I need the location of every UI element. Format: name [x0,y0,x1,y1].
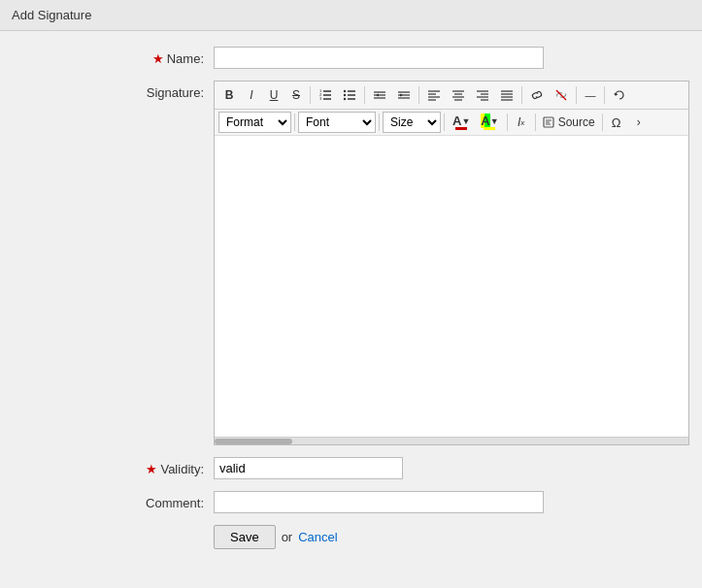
title-bar: Add Signature [0,0,702,31]
more-button[interactable]: › [628,112,650,133]
special-char-button[interactable]: Ω [606,112,627,133]
svg-line-36 [556,90,566,100]
align-justify-button[interactable] [495,84,518,106]
signature-editor: B I U S 1 2 3 [214,81,689,445]
format-select[interactable]: Format [218,112,291,133]
separator4 [521,86,522,104]
separator8 [379,114,380,131]
validity-row: ★Validity: [0,457,702,479]
page-title: Add Signature [12,8,91,22]
unlink-button[interactable] [550,84,573,106]
scrollbar-track [215,439,688,444]
hr-button[interactable]: — [580,84,601,106]
name-input[interactable] [214,47,544,69]
separator2 [364,86,365,104]
name-label: ★Name: [0,47,214,66]
svg-point-11 [344,98,346,100]
name-row: ★Name: [0,47,702,69]
separator5 [576,86,577,104]
save-button[interactable]: Save [214,525,276,549]
signature-row: Signature: B I U S 1 2 3 [0,81,702,445]
link-button[interactable] [525,84,549,106]
font-select[interactable]: Font [298,112,376,133]
source-label: Source [558,115,595,129]
comment-input[interactable] [214,491,544,513]
validity-label: ★Validity: [0,457,214,476]
separator10 [507,114,508,131]
toolbar-row1: B I U S 1 2 3 [215,82,688,110]
separator12 [602,114,603,131]
svg-marker-15 [376,94,379,97]
separator6 [604,86,605,104]
italic-button[interactable]: I [241,84,262,106]
cancel-link[interactable]: Cancel [298,530,337,544]
size-select[interactable]: Size [383,112,441,133]
underline-button[interactable]: U [263,84,284,106]
svg-point-9 [344,90,346,92]
unordered-list-button[interactable] [338,84,361,106]
form-actions: Save or Cancel [0,525,702,549]
svg-marker-19 [400,94,403,97]
comment-row: Comment: [0,491,702,513]
undo-button[interactable] [608,84,631,106]
bg-color-button[interactable]: A ▼ [476,112,503,133]
scrollbar-thumb[interactable] [215,439,292,444]
validity-input[interactable] [214,457,403,479]
bold-button[interactable]: B [218,84,240,106]
editor-content[interactable] [215,136,688,437]
separator3 [418,86,419,104]
clear-format-button[interactable]: Ix [511,112,532,133]
svg-text:3: 3 [319,96,322,101]
required-star2: ★ [146,462,157,476]
align-right-button[interactable] [471,84,494,106]
separator1 [310,86,311,104]
font-color-button[interactable]: A ▼ [448,112,475,133]
align-left-button[interactable] [422,84,446,106]
source-button[interactable]: Source [539,112,599,133]
comment-label: Comment: [0,491,214,510]
toolbar-row2: Format Font Size A ▼ A [215,110,688,136]
or-text: or [282,530,293,544]
separator11 [535,114,536,131]
align-center-button[interactable] [447,84,470,106]
required-star: ★ [152,51,164,66]
svg-point-10 [344,94,346,96]
ordered-list-button[interactable]: 1 2 3 [314,84,337,106]
separator7 [294,114,295,131]
outdent-button[interactable] [368,84,391,106]
signature-label: Signature: [0,81,214,100]
strikethrough-button[interactable]: S [285,84,307,106]
scrollbar-area[interactable] [215,437,688,444]
separator9 [444,114,445,131]
indent-button[interactable] [392,84,416,106]
form-container: ★Name: Signature: B I U S 1 [0,31,702,565]
